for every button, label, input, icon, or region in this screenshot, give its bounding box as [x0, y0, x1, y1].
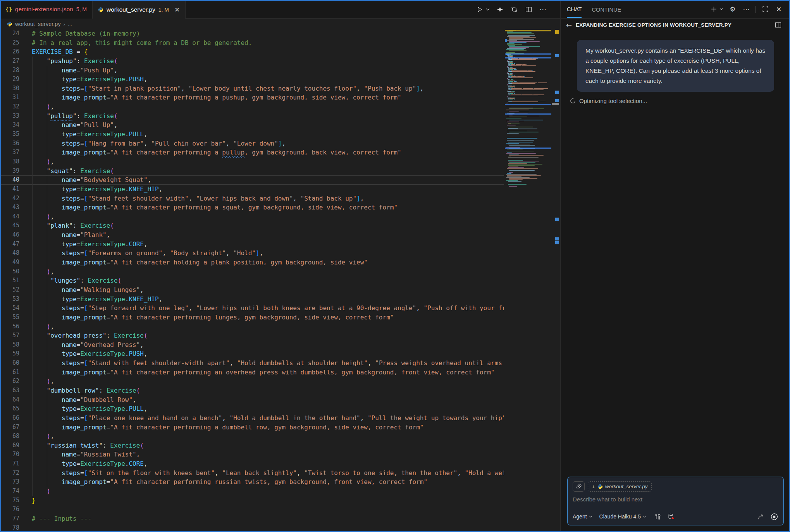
code-line[interactable]: 61 image_prompt="A fit character perform…	[0, 368, 504, 377]
code-line[interactable]: 49 image_prompt="A fit character holding…	[0, 258, 504, 267]
sparkle-icon[interactable]	[496, 5, 504, 14]
chat-panel: CHAT CONTINUE ⚙ ⋯ ✕ ← EXPANDING EXERCISE…	[560, 0, 790, 532]
minimap[interactable]	[505, 29, 551, 532]
code-line[interactable]: 46 name="Plank",	[0, 230, 504, 240]
code-line[interactable]: 50 ),	[0, 267, 504, 276]
code-line[interactable]: 52 name="Walking Lunges",	[0, 285, 504, 295]
code-line[interactable]: 30 steps=["Start in plank position", "Lo…	[0, 84, 504, 93]
line-number: 75	[0, 496, 19, 505]
code-line[interactable]: 24# Sample Database (in-memory)	[0, 29, 504, 38]
code-line[interactable]: 51 "lunges": Exercise(	[0, 276, 504, 285]
tab-continue[interactable]: CONTINUE	[592, 1, 621, 17]
info-marker	[555, 54, 559, 57]
code-line[interactable]: 59 type=ExerciseType.PUSH,	[0, 349, 504, 359]
code-area[interactable]: 24# Sample Database (in-memory)25# In a …	[0, 29, 504, 532]
gear-icon[interactable]: ⚙	[728, 5, 737, 14]
open-changes-icon[interactable]	[510, 5, 518, 14]
tab-workout-server-py[interactable]: workout_server.py 1, M ✕	[93, 0, 186, 19]
code-line[interactable]: 62 ),	[0, 377, 504, 386]
chat-input-box[interactable]: + workout_server.py Describe what to bui…	[567, 477, 784, 525]
code-line[interactable]: 33 "pullup": Exercise(	[0, 112, 504, 121]
divider	[756, 6, 756, 13]
tab-gemini-extension-json[interactable]: {} gemini-extension.json 5, M	[0, 0, 93, 19]
more-actions-icon[interactable]: ⋯	[742, 5, 750, 14]
code-editor[interactable]: 24# Sample Database (in-memory)25# In a …	[0, 29, 560, 532]
line-number: 55	[0, 313, 19, 322]
code-line[interactable]: 40 name="Bodyweight Squat",	[0, 175, 504, 185]
code-line[interactable]: 38 ),	[0, 157, 504, 166]
context-attachment-chip[interactable]: + workout_server.py	[588, 481, 652, 492]
code-line[interactable]: 26EXERCISE_DB = {	[0, 47, 504, 57]
code-line[interactable]: 29 type=ExerciseType.PUSH,	[0, 75, 504, 84]
run-dropdown-chevron-icon[interactable]	[486, 8, 490, 11]
code-line[interactable]: 60 steps=["Stand with feet shoulder-widt…	[0, 359, 504, 368]
code-line[interactable]: 42 steps=["Stand feet shoulder width", "…	[0, 194, 504, 203]
code-line[interactable]: 77# --- Inputs ---	[0, 514, 504, 523]
chat-input-placeholder[interactable]: Describe what to build next	[573, 496, 778, 503]
code-line[interactable]: 78	[0, 523, 504, 532]
tab-chat[interactable]: CHAT	[567, 1, 582, 18]
code-line[interactable]: 34 name="Pull Up",	[0, 120, 504, 130]
configure-tools-icon[interactable]	[653, 512, 662, 521]
code-line[interactable]: 66 steps=["Place one knee and hand on a …	[0, 414, 504, 423]
code-line[interactable]: 76	[0, 505, 504, 514]
code-line[interactable]: 72 steps=["Sit on the floor with knees b…	[0, 469, 504, 478]
code-line[interactable]: 65 type=ExerciseType.PULL,	[0, 404, 504, 414]
code-line[interactable]: 39 "squat": Exercise(	[0, 166, 504, 176]
stop-button[interactable]	[770, 512, 778, 521]
code-line[interactable]: 63 "dumbbell_row": Exercise(	[0, 386, 504, 395]
mcp-server-warning-icon[interactable]: !	[667, 512, 675, 521]
code-line[interactable]: 73 image_prompt="A fit character perform…	[0, 477, 504, 487]
code-line[interactable]: 48 steps=["Forearms on ground", "Body st…	[0, 249, 504, 258]
code-line[interactable]: 74 )	[0, 487, 504, 496]
code-line[interactable]: 45 "plank": Exercise(	[0, 221, 504, 230]
new-chat-dropdown-chevron-icon[interactable]	[719, 8, 723, 10]
new-chat-button[interactable]	[709, 5, 718, 14]
code-line[interactable]: 31 image_prompt="A fit character perform…	[0, 93, 504, 102]
code-line[interactable]: 43 image_prompt="A fit character perform…	[0, 203, 504, 212]
tab-label: gemini-extension.json	[15, 6, 73, 13]
send-arrow-icon[interactable]	[756, 512, 765, 521]
open-chat-in-editor-icon[interactable]	[774, 21, 782, 29]
code-line[interactable]: 55 image_prompt="A fit character perform…	[0, 313, 504, 322]
python-file-icon	[98, 7, 103, 12]
overview-ruler[interactable]	[551, 29, 560, 532]
split-editor-icon[interactable]	[524, 5, 533, 14]
tab-close-icon[interactable]: ✕	[174, 7, 180, 13]
code-line[interactable]: 67 image_prompt="A fit character perform…	[0, 423, 504, 432]
maximize-panel-icon[interactable]	[761, 5, 769, 14]
code-line[interactable]: 75}	[0, 496, 504, 505]
code-line[interactable]: 64 name="Dumbbell Row",	[0, 395, 504, 405]
code-line[interactable]: 54 steps=["Step forward with one leg", "…	[0, 304, 504, 313]
code-line[interactable]: 27 "pushup": Exercise(	[0, 57, 504, 66]
line-number: 73	[0, 477, 19, 487]
close-panel-icon[interactable]: ✕	[775, 5, 783, 14]
code-line[interactable]: 53 type=ExerciseType.KNEE_HIP,	[0, 295, 504, 304]
code-line[interactable]: 70 name="Russian Twist",	[0, 450, 504, 459]
model-dropdown[interactable]: Claude Haiku 4.5	[599, 513, 646, 520]
code-line[interactable]: 28 name="Push Up",	[0, 66, 504, 75]
attach-button[interactable]	[573, 481, 585, 492]
back-arrow-icon[interactable]: ←	[566, 21, 572, 29]
code-line[interactable]: 25# In a real app, this might come from …	[0, 38, 504, 48]
run-python-file-button[interactable]	[475, 5, 484, 14]
mode-dropdown[interactable]: Agent	[573, 513, 592, 520]
line-number: 72	[0, 469, 19, 478]
code-line[interactable]: 71 type=ExerciseType.CORE,	[0, 459, 504, 469]
more-actions-icon[interactable]: ⋯	[539, 5, 547, 14]
breadcrumb[interactable]: workout_server.py › ...	[0, 19, 560, 29]
code-line[interactable]: 44 ),	[0, 212, 504, 221]
code-line[interactable]: 36 steps=["Hang from bar", "Pull chin ov…	[0, 139, 504, 148]
code-line[interactable]: 58 name="Overhead Press",	[0, 340, 504, 350]
code-line[interactable]: 37 image_prompt="A fit character perform…	[0, 148, 504, 157]
code-line[interactable]: 47 type=ExerciseType.CORE,	[0, 240, 504, 249]
code-line[interactable]: 57 "overhead_press": Exercise(	[0, 331, 504, 340]
chat-messages[interactable]: My workout_server.py contains an "EXERCI…	[561, 31, 790, 477]
code-line[interactable]: 56 ),	[0, 322, 504, 331]
code-line[interactable]: 69 "russian_twist": Exercise(	[0, 441, 504, 450]
code-line[interactable]: 68 ),	[0, 432, 504, 441]
code-line[interactable]: 41 type=ExerciseType.KNEE_HIP,	[0, 185, 504, 194]
line-number: 62	[0, 377, 19, 386]
code-line[interactable]: 32 ),	[0, 102, 504, 112]
code-line[interactable]: 35 type=ExerciseType.PULL,	[0, 130, 504, 139]
